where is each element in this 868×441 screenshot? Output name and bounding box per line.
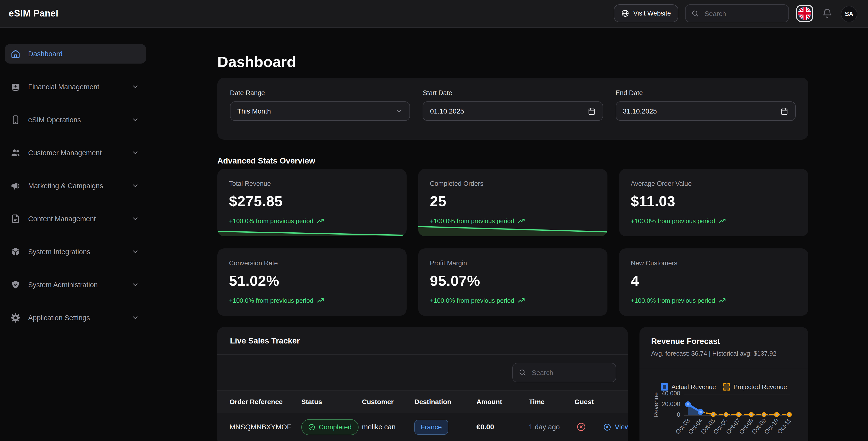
sidebar-item-system-integrations[interactable]: System Integrations — [5, 242, 146, 261]
sidebar-item-label: Financial Management — [28, 83, 99, 91]
view-order-button[interactable]: View — [603, 423, 628, 431]
stat-card-completed-orders: Completed Orders 25 +100.0% from previou… — [418, 169, 608, 236]
sidebar-item-label: Customer Management — [28, 149, 102, 157]
visit-website-label: Visit Website — [633, 10, 671, 17]
customer-cell: melike can — [362, 423, 414, 431]
column-header[interactable]: Amount — [476, 398, 529, 406]
actions-cell: View — [603, 423, 628, 431]
megaphone-icon — [11, 181, 20, 191]
user-avatar[interactable]: SA — [841, 6, 857, 22]
end-date-input[interactable]: 31.10.2025 — [616, 101, 796, 121]
start-date-input[interactable]: 01.10.2025 — [423, 101, 603, 121]
trending-up-icon — [719, 297, 726, 304]
revenue-sparkline — [217, 222, 407, 236]
chevron-down-icon — [131, 149, 139, 157]
stat-label: New Customers — [631, 259, 797, 267]
gridline-20000 — [684, 405, 790, 405]
column-header[interactable]: Status — [301, 398, 362, 406]
stat-delta: +100.0% from previous period — [229, 297, 395, 304]
status-badge: Completed — [301, 419, 358, 435]
date-range-select[interactable]: This Month — [230, 101, 410, 121]
orders-sparkline — [418, 222, 608, 236]
order-reference-cell: MNSQMNBXYMOF — [229, 423, 301, 431]
app-logo: eSIM Panel — [9, 0, 59, 27]
stat-card-conversion-rate: Conversion Rate 51.02% +100.0% from prev… — [217, 248, 407, 316]
end-date-field: End Date 31.10.2025 — [616, 89, 796, 128]
stat-value: $275.85 — [229, 193, 395, 210]
sidebar-item-label: System Integrations — [28, 248, 90, 256]
column-header[interactable]: Guest — [575, 398, 603, 406]
start-date-field: Start Date 01.10.2025 — [423, 89, 603, 128]
trending-up-icon — [719, 217, 726, 225]
date-range-value: This Month — [237, 107, 271, 115]
revenue-forecast-subtitle: Avg. forecast: $6.74 | Historical avg: $… — [640, 346, 808, 357]
chevron-down-icon — [131, 248, 139, 256]
stats-section-heading: Advanced Stats Overview — [217, 156, 315, 165]
stat-card-profit-margin: Profit Margin 95.07% +100.0% from previo… — [418, 248, 608, 316]
esim-panel-dashboard: eSIM Panel Visit Website — [0, 0, 868, 441]
table-search-input[interactable] — [531, 368, 610, 377]
sidebar-item-esim-operations[interactable]: eSIM Operations — [5, 110, 146, 129]
globe-icon — [621, 9, 629, 18]
visit-website-button[interactable]: Visit Website — [614, 4, 678, 22]
revenue-forecast-card: Revenue Forecast Avg. forecast: $6.74 | … — [640, 327, 808, 441]
sidebar-item-marketing-campaigns[interactable]: Marketing & Campaigns — [5, 176, 146, 195]
avatar-initials: SA — [845, 11, 854, 18]
sidebar-item-application-settings[interactable]: Application Settings — [5, 308, 146, 327]
eye-icon — [603, 423, 611, 431]
file-text-icon — [11, 214, 20, 224]
sidebar-item-financial-management[interactable]: Financial Management — [5, 77, 146, 97]
legend-swatch-projected — [723, 383, 730, 390]
stat-value: $11.03 — [631, 193, 797, 210]
column-header[interactable]: Time — [529, 398, 575, 406]
stat-card-total-revenue: Total Revenue $275.85 +100.0% from previ… — [217, 169, 407, 236]
sidebar-item-dashboard[interactable]: Dashboard — [5, 44, 146, 64]
calendar-icon[interactable] — [587, 107, 595, 115]
live-sales-toolbar — [217, 355, 628, 390]
sidebar-item-label: Dashboard — [28, 50, 63, 58]
stat-delta: +100.0% from previous period — [631, 297, 797, 304]
legend-projected-revenue[interactable]: Projected Revenue — [723, 383, 787, 390]
chart-legend: Actual Revenue Projected Revenue — [640, 383, 808, 390]
shield-check-icon — [11, 280, 20, 290]
sidebar-item-system-administration[interactable]: System Administration — [5, 275, 146, 294]
sidebar-item-content-management[interactable]: Content Management — [5, 209, 146, 228]
revenue-forecast-title: Revenue Forecast — [640, 327, 808, 346]
sidebar-item-label: System Administration — [28, 281, 98, 289]
calendar-icon[interactable] — [780, 107, 788, 115]
start-date-value: 01.10.2025 — [430, 107, 464, 115]
search-icon — [519, 369, 526, 376]
status-cell: Completed — [301, 419, 362, 435]
stat-label: Conversion Rate — [229, 259, 395, 267]
top-bar: eSIM Panel Visit Website — [0, 0, 868, 28]
revenue-forecast-chart: Actual Revenue Projected Revenue 40.000 … — [640, 369, 808, 441]
chevron-down-icon — [395, 107, 403, 115]
stat-label: Total Revenue — [229, 180, 395, 187]
end-date-label: End Date — [616, 89, 796, 97]
trending-up-icon — [518, 297, 525, 304]
language-flag-button[interactable] — [796, 5, 813, 22]
date-range-label: Date Range — [230, 89, 410, 97]
sidebar-item-customer-management[interactable]: Customer Management — [5, 143, 146, 162]
sidebar: Dashboard Financial Management eSIM Oper… — [0, 27, 155, 327]
chevron-down-icon — [131, 314, 139, 322]
search-icon — [691, 9, 699, 17]
y-axis-label: Revenue — [652, 388, 660, 422]
notifications-bell-icon[interactable] — [822, 8, 833, 20]
global-search-input[interactable] — [704, 9, 783, 18]
legend-actual-revenue[interactable]: Actual Revenue — [661, 383, 716, 390]
gridline-40000 — [684, 394, 790, 395]
table-row[interactable]: MNSQMNBXYMOF Completed melike can France… — [217, 413, 628, 441]
chevron-down-icon — [131, 182, 139, 190]
column-header[interactable]: Order Reference — [229, 398, 301, 406]
column-header[interactable]: Customer — [362, 398, 414, 406]
chevron-down-icon — [131, 215, 139, 223]
sidebar-item-label: eSIM Operations — [28, 116, 81, 124]
stat-card-average-order-value: Average Order Value $11.03 +100.0% from … — [619, 169, 808, 236]
axis-baseline — [684, 415, 790, 416]
stat-delta: +100.0% from previous period — [430, 297, 596, 304]
table-header-row: Order Reference Status Customer Destinat… — [217, 390, 628, 413]
column-header[interactable]: Destination — [414, 398, 476, 406]
trending-up-icon — [317, 297, 324, 304]
stat-delta: +100.0% from previous period — [631, 217, 797, 225]
